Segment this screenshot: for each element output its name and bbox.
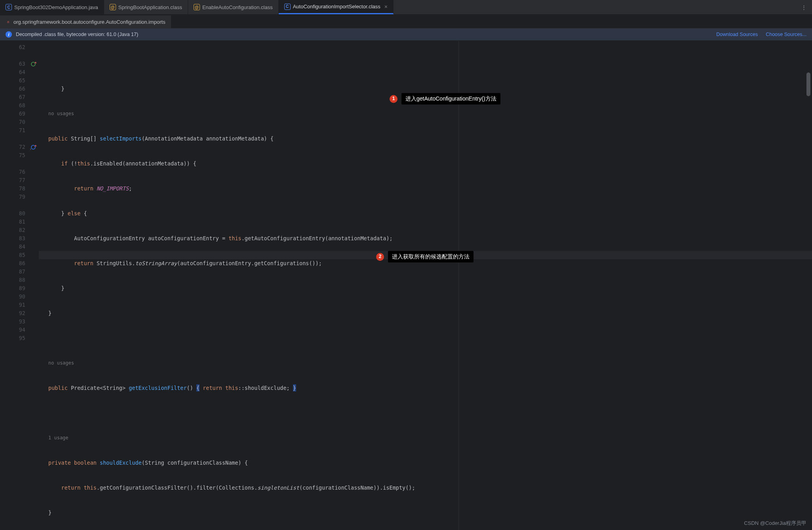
line-number: 67	[0, 93, 39, 101]
code-area[interactable]: } no usages public String[] selectImport…	[39, 41, 812, 530]
callout-badge: 2	[376, 253, 384, 261]
line-number: 79	[0, 193, 39, 201]
decompiled-banner: i Decompiled .class file, bytecode versi…	[0, 28, 812, 41]
line-number: 65	[0, 76, 39, 85]
usage-hint[interactable]: no usages	[48, 111, 74, 116]
line-number: 68	[0, 101, 39, 110]
banner-text: Decompiled .class file, bytecode version…	[16, 32, 138, 37]
tab-imports-file[interactable]: ≡org.springframework.boot.autoconfigure.…	[0, 15, 171, 28]
line-number: 72›	[0, 143, 39, 151]
svg-point-0	[31, 62, 35, 66]
line-number: 66	[0, 85, 39, 93]
callout-badge: 1	[390, 95, 397, 103]
line-number: 69	[0, 110, 39, 118]
line-number: 94	[0, 326, 39, 334]
usage-hint[interactable]: 1 usage	[48, 435, 68, 441]
callout-2: 2 进入获取所有的候选配置的方法	[376, 251, 474, 262]
editor-tabs: CSpringBoot302DemoApplication.java @Spri…	[0, 0, 812, 15]
download-sources-link[interactable]: Download Sources	[716, 32, 758, 37]
tab-label: org.springframework.boot.autoconfigure.A…	[13, 19, 165, 25]
line-number: 85	[0, 251, 39, 259]
line-number: 62	[0, 43, 39, 51]
banner-links: Download Sources Choose Sources...	[716, 32, 806, 37]
callout-label: 进入获取所有的候选配置的方法	[388, 251, 474, 262]
line-number: 82	[0, 226, 39, 234]
callout-1: 1 进入getAutoConfigurationEntry()方法	[390, 93, 500, 104]
usage-hint[interactable]: no usages	[48, 360, 74, 366]
line-number: 88	[0, 276, 39, 284]
line-number: 75	[0, 151, 39, 160]
line-number	[0, 160, 39, 168]
class-icon: C	[6, 4, 12, 10]
annotation-icon: @	[110, 4, 116, 10]
line-number: 87	[0, 268, 39, 276]
tab-label: EnableAutoConfiguration.class	[202, 4, 273, 10]
file-icon: ≡	[6, 19, 11, 25]
line-number: 84	[0, 243, 39, 251]
line-number: 71	[0, 126, 39, 135]
line-numbers-gutter: 62 63 64 65 66 67 68 69 70 71 72› 75 76 …	[0, 41, 39, 530]
tab-enable-autoconfig[interactable]: @EnableAutoConfiguration.class	[188, 0, 279, 14]
line-number: 64	[0, 68, 39, 76]
tab-autoconfig-import-selector[interactable]: CAutoConfigurationImportSelector.class×	[279, 0, 394, 14]
ide-window: CSpringBoot302DemoApplication.java @Spri…	[0, 0, 812, 530]
more-icon[interactable]: ⋮	[796, 0, 812, 14]
tab-spacer	[394, 0, 796, 14]
override-icon[interactable]	[31, 144, 36, 149]
line-number: 92	[0, 309, 39, 317]
override-up-icon[interactable]	[31, 61, 36, 66]
annotation-icon: @	[194, 4, 200, 10]
tab-label: AutoConfigurationImportSelector.class	[293, 4, 380, 9]
line-number: 77	[0, 176, 39, 184]
tab-label: SpringBoot302DemoApplication.java	[14, 4, 98, 10]
watermark: CSDN @CoderJia程序员甲	[744, 520, 806, 527]
line-number: 63	[0, 60, 39, 68]
line-number: 80	[0, 209, 39, 218]
code-editor[interactable]: 62 63 64 65 66 67 68 69 70 71 72› 75 76 …	[0, 41, 812, 530]
line-number: 83	[0, 234, 39, 243]
line-number: 81	[0, 218, 39, 226]
svg-point-1	[31, 145, 35, 149]
line-number: 78	[0, 184, 39, 193]
line-number: 70	[0, 118, 39, 126]
line-number: 86	[0, 259, 39, 268]
line-number: 95	[0, 334, 39, 342]
sub-tabs: ≡org.springframework.boot.autoconfigure.…	[0, 15, 812, 28]
line-number: 76	[0, 168, 39, 176]
tab-springboot-demo[interactable]: CSpringBoot302DemoApplication.java	[0, 0, 104, 14]
line-number	[0, 201, 39, 209]
callout-label: 进入getAutoConfigurationEntry()方法	[401, 93, 500, 104]
line-number: 91	[0, 301, 39, 309]
tab-label: SpringBootApplication.class	[118, 4, 182, 10]
line-number: 89	[0, 284, 39, 293]
class-icon: C	[284, 4, 291, 10]
line-number	[0, 51, 39, 60]
choose-sources-link[interactable]: Choose Sources...	[766, 32, 806, 37]
line-number	[0, 135, 39, 143]
line-number: 90	[0, 293, 39, 301]
tab-springboot-application[interactable]: @SpringBootApplication.class	[104, 0, 188, 14]
close-icon[interactable]: ×	[384, 4, 388, 10]
info-icon: i	[6, 31, 12, 38]
line-number: 93	[0, 317, 39, 326]
